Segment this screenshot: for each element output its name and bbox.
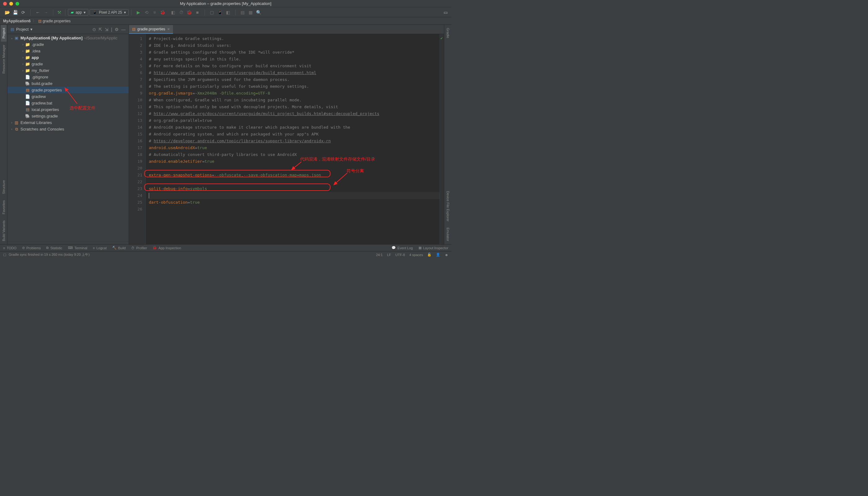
tree-row[interactable]: 🐘 build.gradle	[7, 80, 129, 87]
tool-build[interactable]: 🔨Build	[112, 246, 126, 250]
tree-row[interactable]: 📄 .gitignore	[7, 74, 129, 80]
code-line[interactable]: # The setting is particularly useful for…	[149, 83, 439, 90]
tool-todo[interactable]: ≡TODO	[3, 246, 16, 250]
window-maximize-icon[interactable]	[16, 2, 19, 5]
tool-problems[interactable]: ⊘Problems	[22, 246, 41, 250]
tree-row[interactable]: › 📁 .gradle	[7, 41, 129, 48]
code-line[interactable]: dart-obfuscation=true	[149, 199, 439, 206]
layout-inspector-icon[interactable]: ▦	[247, 9, 254, 16]
resource-icon[interactable]: ◧	[225, 9, 232, 16]
code-line[interactable]: # Project-wide Gradle settings.	[149, 35, 439, 42]
tool-tab-project[interactable]: Project	[1, 25, 6, 42]
run-icon[interactable]: ▶	[135, 9, 142, 16]
tool-statistic[interactable]: ⧉Statistic	[46, 246, 62, 250]
code-line[interactable]	[149, 206, 439, 213]
breadcrumb-file[interactable]: ▤ gradle.properties	[38, 19, 71, 23]
tree-row[interactable]: › 📁 gradle	[7, 61, 129, 67]
tool-inspection[interactable]: 🐞App Inspection	[153, 246, 181, 250]
tree-row[interactable]: › 📁 .idea	[7, 48, 129, 54]
tree-row[interactable]: › 📁 my_flutter	[7, 67, 129, 74]
attach-debugger-icon[interactable]: 🐞	[186, 9, 193, 16]
apply-changes-icon[interactable]: ⟲	[143, 9, 150, 16]
avd-icon[interactable]: ▢	[208, 9, 215, 16]
code-area[interactable]: # Project-wide Gradle settings.# IDE (e.…	[146, 34, 439, 244]
tree-row[interactable]: ▤ local.properties	[7, 106, 129, 113]
project-tree[interactable]: ⌄ ▣ MyApplication6 [My Application] ~/So…	[7, 34, 129, 244]
code-line[interactable]: # Automatically convert third-party libr…	[149, 151, 439, 158]
editor-tab-gradle-properties[interactable]: ▤ gradle.properties ✕	[129, 25, 173, 34]
tool-tab-gradle[interactable]: Gradle	[445, 25, 451, 41]
smile-icon[interactable]: ☻	[445, 253, 448, 257]
status-encoding[interactable]: UTF-8	[395, 253, 405, 257]
structure-icon[interactable]: ▤	[239, 9, 246, 16]
tool-event-log[interactable]: 💬Event Log	[391, 246, 413, 250]
window-minimize-icon[interactable]	[9, 2, 13, 5]
code-line[interactable]: # http://www.gradle.org/docs/current/use…	[149, 69, 439, 76]
tree-row[interactable]: 🐘 settings.gradle	[7, 113, 129, 119]
tree-row[interactable]: › 📁 app	[7, 54, 129, 61]
tool-tab-build-variants[interactable]: Build Variants	[1, 217, 6, 244]
code-line[interactable]: # This option should only be used with d…	[149, 104, 439, 110]
tree-row[interactable]: ▤ gradle.properties	[7, 87, 129, 93]
hide-icon[interactable]: —	[121, 27, 126, 32]
status-line-ending[interactable]: LF	[387, 253, 391, 257]
code-line[interactable]: # IDE (e.g. Android Studio) users:	[149, 42, 439, 49]
code-line[interactable]: # AndroidX package structure to make it …	[149, 124, 439, 131]
code-line[interactable]: android.enableJetifier=true	[149, 158, 439, 165]
code-line[interactable]	[149, 165, 439, 172]
tool-layout-inspector[interactable]: ▦Layout Inspector	[418, 246, 448, 250]
tool-tab-device-explorer[interactable]: Device File Explorer	[445, 188, 451, 224]
memory-icon[interactable]: 👤	[436, 253, 440, 257]
code-line[interactable]	[149, 192, 439, 199]
save-icon[interactable]: 💾	[12, 9, 19, 16]
code-line[interactable]: # https://developer.android.com/topic/li…	[149, 138, 439, 144]
code-line[interactable]: # Gradle settings configured through the…	[149, 49, 439, 56]
back-icon[interactable]: ←	[34, 9, 41, 16]
breadcrumb-root[interactable]: MyApplication6	[3, 19, 31, 23]
close-tab-icon[interactable]: ✕	[167, 27, 170, 31]
tree-row[interactable]: ⌄ ▣ MyApplication6 [My Application] ~/So…	[7, 35, 129, 41]
open-icon[interactable]: 📂	[4, 9, 11, 16]
tool-profiler[interactable]: ⏱Profiler	[131, 246, 147, 250]
run-config-dropdown[interactable]: ▰ app ▾	[68, 9, 88, 16]
apply-code-icon[interactable]: ≡	[151, 9, 158, 16]
code-line[interactable]: # For more details on how to configure y…	[149, 63, 439, 69]
tool-terminal[interactable]: ⌨Terminal	[68, 246, 88, 250]
code-line[interactable]: android.useAndroidX=true	[149, 144, 439, 151]
code-line[interactable]: extra-gen-snapshot-options=--obfuscate,-…	[149, 172, 439, 179]
status-icon[interactable]: ▢	[3, 253, 6, 257]
forward-icon[interactable]: →	[43, 9, 49, 16]
tool-logcat[interactable]: ≡Logcat	[93, 246, 107, 250]
tree-row[interactable]: › ⧉ Scratches and Consoles	[7, 126, 129, 133]
profile-icon[interactable]: ⏱	[178, 9, 185, 16]
code-line[interactable]	[149, 179, 439, 185]
settings-icon[interactable]: ⚙	[115, 27, 119, 32]
code-line[interactable]: org.gradle.jvmargs=-Xmx2048m -Dfile.enco…	[149, 90, 439, 97]
select-opened-icon[interactable]: ⊙	[92, 27, 96, 32]
window-close-icon[interactable]	[3, 2, 7, 5]
search-icon[interactable]: 🔍	[255, 9, 262, 16]
tree-row[interactable]: 📄 gradlew	[7, 93, 129, 100]
coverage-icon[interactable]: ◧	[170, 9, 177, 16]
code-line[interactable]: # any settings specified in this file.	[149, 56, 439, 63]
code-line[interactable]: # Android operating system, and which ar…	[149, 131, 439, 138]
debug-icon[interactable]: 🐞	[159, 9, 166, 16]
status-indent[interactable]: 4 spaces	[409, 253, 423, 257]
tree-row[interactable]: › ▥ External Libraries	[7, 119, 129, 126]
collapse-all-icon[interactable]: ⇲	[105, 27, 108, 32]
code-line[interactable]: # When configured, Gradle will run in in…	[149, 97, 439, 104]
expand-all-icon[interactable]: ⇱	[98, 27, 102, 32]
editor-body[interactable]: 1234567891011121314151617181920212223242…	[129, 34, 444, 244]
tool-tab-resource-manager[interactable]: Resource Manager	[1, 42, 6, 77]
code-line[interactable]: # org.gradle.parallel=true	[149, 117, 439, 124]
code-line[interactable]: # Specifies the JVM arguments used for t…	[149, 76, 439, 83]
code-line[interactable]: # http://www.gradle.org/docs/current/use…	[149, 110, 439, 117]
reload-icon[interactable]: ⟳	[20, 9, 27, 16]
sync-icon[interactable]: ⚒	[56, 9, 63, 16]
project-view-dropdown[interactable]: ▤ Project ▾	[11, 27, 33, 32]
status-caret-pos[interactable]: 24:1	[376, 253, 383, 257]
tool-tab-structure[interactable]: Structure	[1, 177, 6, 197]
sdk-icon[interactable]: 📱	[217, 9, 223, 16]
stop-icon[interactable]: ■	[194, 9, 201, 16]
tree-row[interactable]: 📄 gradlew.bat	[7, 100, 129, 106]
